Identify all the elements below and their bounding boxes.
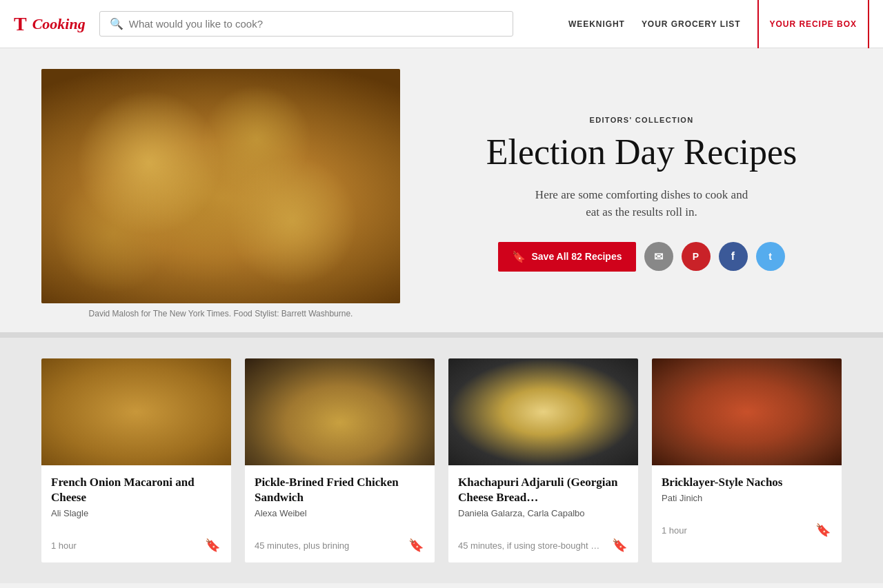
weeknight-nav-link[interactable]: WEEKNIGHT: [568, 19, 625, 29]
recipe-footer: 45 minutes, plus brining 🔖: [245, 536, 435, 562]
bookmark-icon: 🔖: [512, 250, 526, 263]
recipe-title: Bricklayer-Style Nachos: [662, 475, 832, 490]
recipe-bookmark-button[interactable]: 🔖: [407, 536, 425, 554]
recipe-card[interactable]: French Onion Macaroni and Cheese Ali Sla…: [41, 358, 231, 562]
cooking-wordmark: Cooking: [32, 15, 86, 33]
recipe-card-image: [41, 358, 231, 465]
grocery-list-nav-link[interactable]: YOUR GROCERY LIST: [642, 19, 741, 29]
search-input[interactable]: [129, 18, 503, 30]
recipe-card-image: [448, 358, 638, 465]
facebook-share-button[interactable]: f: [719, 242, 748, 271]
recipe-card-body: Khachapuri Adjaruli (Georgian Cheese Bre…: [448, 465, 638, 536]
twitter-icon: t: [768, 251, 772, 262]
editors-collection-label: EDITORS' COLLECTION: [590, 116, 694, 124]
recipe-bookmark-button[interactable]: 🔖: [814, 521, 832, 539]
main-nav: WEEKNIGHT YOUR GROCERY LIST YOUR RECIPE …: [568, 0, 869, 48]
recipe-card-image: [245, 358, 435, 465]
recipe-author: Daniela Galarza, Carla Capalbo: [458, 508, 628, 518]
recipe-time: 1 hour: [662, 525, 687, 536]
recipe-card-body: French Onion Macaroni and Cheese Ali Sla…: [41, 465, 231, 536]
hero-subtitle: Here are some comforting dishes to cook …: [531, 186, 752, 221]
recipe-time: 1 hour: [51, 540, 77, 551]
facebook-icon: f: [731, 250, 735, 263]
search-icon: 🔍: [110, 17, 123, 30]
hero-caption: David Malosh for The New York Times. Foo…: [41, 309, 400, 318]
site-header: T Cooking 🔍 WEEKNIGHT YOUR GROCERY LIST …: [0, 0, 883, 48]
recipes-section: French Onion Macaroni and Cheese Ali Sla…: [0, 338, 883, 583]
recipe-author: Pati Jinich: [662, 493, 832, 503]
hero-text: EDITORS' COLLECTION Election Day Recipes…: [442, 116, 842, 271]
recipe-time: 45 minutes, if using store-bought …: [458, 540, 599, 551]
recipe-card-body: Pickle-Brined Fried Chicken Sandwich Ale…: [245, 465, 435, 536]
section-divider: [0, 332, 883, 338]
hero-image-area: David Malosh for The New York Times. Foo…: [41, 69, 400, 318]
recipe-footer: 1 hour 🔖: [41, 536, 231, 562]
recipe-footer: 45 minutes, if using store-bought … 🔖: [448, 536, 638, 562]
hero-title: Election Day Recipes: [486, 132, 797, 172]
recipe-card-body: Bricklayer-Style Nachos Pati Jinich: [652, 465, 842, 521]
recipe-title: Khachapuri Adjaruli (Georgian Cheese Bre…: [458, 475, 628, 505]
recipe-bookmark-button[interactable]: 🔖: [611, 536, 628, 554]
save-all-button[interactable]: 🔖 Save All 82 Recipes: [498, 242, 635, 272]
twitter-share-button[interactable]: t: [756, 242, 785, 271]
recipe-author: Ali Slagle: [51, 508, 221, 518]
recipe-time: 45 minutes, plus brining: [255, 540, 349, 551]
recipe-bookmark-button[interactable]: 🔖: [204, 536, 221, 554]
recipe-box-nav-link[interactable]: YOUR RECIPE BOX: [757, 0, 869, 48]
email-share-button[interactable]: ✉: [644, 242, 673, 271]
recipe-grid: French Onion Macaroni and Cheese Ali Sla…: [41, 358, 842, 562]
recipe-title: French Onion Macaroni and Cheese: [51, 475, 221, 505]
recipe-card[interactable]: Bricklayer-Style Nachos Pati Jinich 1 ho…: [652, 358, 842, 562]
hero-section: David Malosh for The New York Times. Foo…: [0, 48, 883, 332]
email-icon: ✉: [654, 250, 663, 263]
recipe-card[interactable]: Pickle-Brined Fried Chicken Sandwich Ale…: [245, 358, 435, 562]
pinterest-icon: P: [693, 251, 699, 262]
hero-image: [41, 69, 400, 303]
recipe-author: Alexa Weibel: [255, 508, 425, 518]
pinterest-share-button[interactable]: P: [682, 242, 711, 271]
nyt-t-icon: T: [14, 14, 27, 34]
recipe-card-image: [652, 358, 842, 465]
save-all-label: Save All 82 Recipes: [531, 251, 622, 262]
recipe-card[interactable]: Khachapuri Adjaruli (Georgian Cheese Bre…: [448, 358, 638, 562]
recipe-title: Pickle-Brined Fried Chicken Sandwich: [255, 475, 425, 505]
hero-actions: 🔖 Save All 82 Recipes ✉ P f t: [498, 242, 784, 272]
search-bar[interactable]: 🔍: [99, 11, 513, 37]
site-logo[interactable]: T Cooking: [14, 14, 86, 34]
recipe-footer: 1 hour 🔖: [652, 521, 842, 547]
